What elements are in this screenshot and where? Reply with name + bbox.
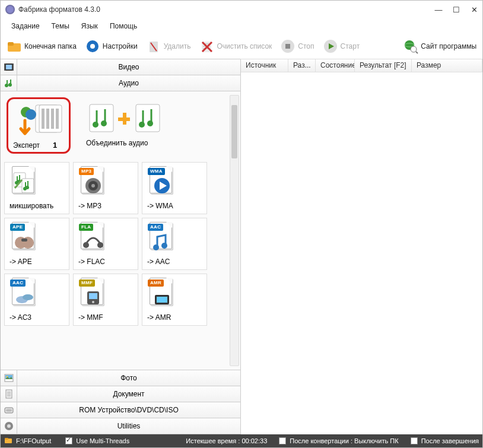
merge-audio-icon (86, 101, 169, 135)
merge-audio-label: Объединить аудио (86, 139, 148, 147)
settings-label: Настройки (103, 42, 138, 50)
format-icon: MP3 (81, 166, 107, 192)
menu-themes[interactable]: Темы (47, 20, 74, 33)
after-convert-checkbox[interactable] (279, 437, 286, 444)
svg-point-21 (5, 84, 8, 87)
expert-item[interactable]: Эксперт 1 (7, 97, 71, 154)
svg-point-32 (93, 122, 98, 128)
format-item[interactable]: AAC-> AAC (142, 218, 207, 270)
settings-button[interactable]: Настройки (81, 36, 141, 56)
category-document[interactable]: Документ (1, 386, 240, 402)
start-label: Старт (341, 42, 360, 50)
audio-icon (1, 75, 17, 91)
format-item[interactable]: MMF-> MMF (73, 274, 138, 326)
app-icon (5, 5, 15, 14)
col-source[interactable]: Источник (241, 59, 288, 72)
output-path[interactable]: F:\FFOutput (16, 437, 51, 444)
svg-point-61 (92, 301, 94, 303)
start-button[interactable]: Старт (319, 36, 364, 56)
right-panel: Источник Раз... Состояние Результат [F2]… (241, 59, 482, 434)
col-size-out[interactable]: Размер (412, 59, 482, 72)
category-utilities-label: Utilities (17, 422, 240, 430)
format-label: -> MP3 (78, 202, 101, 210)
col-state[interactable]: Состояние (316, 59, 355, 72)
svg-point-44 (26, 186, 29, 189)
after-finish-checkbox[interactable] (411, 437, 418, 444)
merge-audio-item[interactable]: Объединить аудио (81, 97, 174, 154)
col-size-in[interactable]: Раз... (288, 59, 316, 72)
svg-rect-52 (21, 239, 27, 242)
col-result[interactable]: Результат [F2] (355, 59, 412, 72)
format-item[interactable]: AAC-> AC3 (4, 274, 69, 326)
format-item[interactable]: WMA-> WMA (142, 162, 207, 214)
clear-list-button[interactable]: Очистить список (195, 36, 275, 56)
category-photo[interactable]: Фото (1, 370, 240, 386)
after-convert-label: После конвертации : Выключить ПК (290, 437, 398, 444)
format-item[interactable]: микшировать (4, 162, 69, 214)
category-photo-label: Фото (17, 374, 240, 382)
svg-rect-10 (285, 44, 290, 49)
format-label: -> MMF (78, 313, 103, 322)
stop-label: Стоп (298, 42, 314, 50)
format-label: -> AMR (147, 313, 171, 322)
category-utilities[interactable]: Utilities (1, 418, 240, 434)
category-rom[interactable]: ROM Устройство\DVD\CD\ISO (1, 402, 240, 418)
format-item[interactable]: AMR-> AMR (142, 274, 207, 326)
svg-point-58 (23, 294, 33, 300)
svg-point-22 (8, 83, 12, 87)
svg-rect-73 (5, 438, 8, 440)
svg-line-16 (416, 52, 418, 53)
maximize-button[interactable]: ☐ (453, 6, 460, 13)
svg-point-3 (90, 44, 95, 49)
folder-status-icon[interactable] (4, 436, 12, 446)
output-folder-button[interactable]: Конечная папка (3, 36, 80, 56)
category-audio[interactable]: Аудио (1, 75, 240, 91)
toolbar: Конечная папка Настройки Удалить Очистит… (1, 34, 482, 59)
folder-icon (7, 39, 22, 54)
svg-rect-27 (51, 109, 54, 129)
svg-point-71 (7, 424, 11, 428)
delete-label: Удалить (164, 42, 191, 50)
format-item[interactable]: FLA-> FLAC (73, 218, 138, 270)
list-body (241, 72, 482, 434)
svg-point-15 (411, 46, 417, 52)
format-label: -> AC3 (9, 313, 31, 322)
svg-rect-31 (90, 104, 113, 132)
audio-panel: Эксперт 1 (1, 91, 240, 370)
svg-rect-28 (56, 109, 59, 129)
window-controls: — ☐ ✕ (435, 6, 478, 13)
disc-drive-icon (1, 402, 17, 418)
format-item[interactable]: MP3-> MP3 (73, 162, 138, 214)
expert-badge: 1 (53, 141, 57, 150)
category-video[interactable]: Видео (1, 59, 240, 75)
format-label: -> AAC (147, 258, 170, 266)
delete-icon (146, 39, 161, 54)
close-button[interactable]: ✕ (471, 6, 478, 13)
svg-rect-25 (42, 109, 45, 129)
multithread-checkbox[interactable] (65, 437, 72, 444)
category-video-label: Видео (17, 63, 240, 71)
titlebar: Фабрика форматов 4.3.0 — ☐ ✕ (1, 1, 482, 18)
svg-rect-60 (89, 293, 97, 299)
menu-language[interactable]: Язык (77, 20, 103, 33)
stop-button[interactable]: Стоп (277, 36, 317, 56)
svg-rect-36 (136, 104, 160, 132)
delete-button[interactable]: Удалить (142, 36, 195, 56)
website-button[interactable]: Сайт программы (399, 36, 480, 56)
multithread-label: Use Multi-Threads (76, 437, 129, 444)
document-icon (1, 386, 17, 402)
format-icon: AAC (12, 278, 38, 304)
svg-point-38 (147, 120, 153, 126)
svg-point-69 (6, 409, 12, 412)
minimize-button[interactable]: — (435, 6, 442, 13)
menu-task[interactable]: Задание (7, 20, 45, 33)
play-icon (323, 39, 338, 54)
format-item[interactable]: APE-> APE (4, 218, 69, 270)
output-folder-label: Конечная папка (24, 42, 77, 50)
scrollbar[interactable] (230, 95, 239, 366)
svg-rect-18 (6, 65, 12, 69)
menu-help[interactable]: Помощь (105, 20, 142, 33)
format-icon: MMF (81, 278, 107, 304)
svg-point-56 (161, 243, 167, 249)
utilities-icon (1, 418, 17, 434)
